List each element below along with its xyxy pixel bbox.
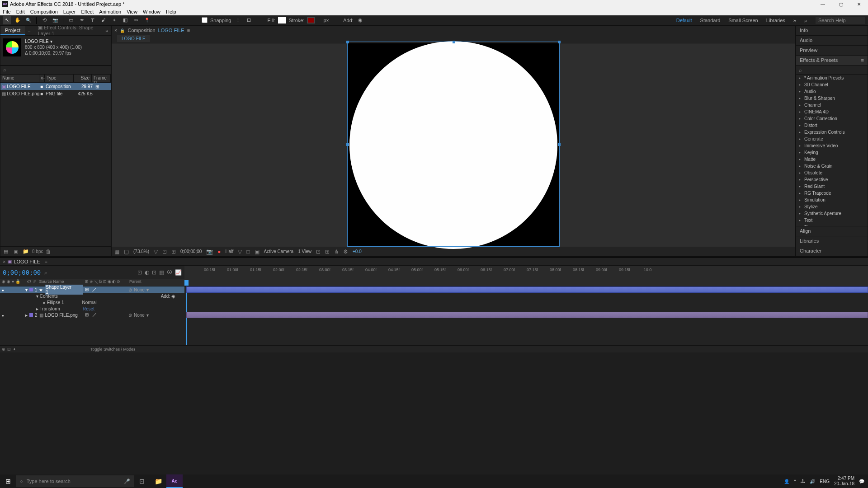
brush-tool[interactable] — [99, 16, 108, 24]
volume-icon[interactable]: 🔊 — [810, 479, 815, 484]
bpc-toggle[interactable]: 8 bpc — [32, 249, 43, 254]
fx-category[interactable]: Perspective — [796, 176, 868, 183]
selection-handle[interactable] — [558, 143, 561, 146]
parent-dropdown[interactable]: None — [134, 287, 145, 292]
stroke-swatch[interactable] — [307, 17, 315, 23]
add-menu-icon[interactable]: ◉ — [356, 16, 364, 24]
layer-bar[interactable] — [186, 312, 868, 318]
selection-handle[interactable] — [558, 41, 561, 43]
zoom-tool[interactable] — [24, 16, 33, 24]
effects-search[interactable] — [796, 66, 868, 75]
comp-tab-name[interactable]: LOGO FILE — [158, 28, 184, 33]
tab-menu-icon[interactable]: ≡ — [25, 28, 33, 33]
project-search[interactable] — [0, 66, 111, 75]
tab-align[interactable]: Align — [796, 226, 868, 236]
task-view-icon[interactable]: ⊡ — [134, 474, 150, 488]
orbit-tool[interactable] — [40, 16, 48, 24]
workspace-default[interactable]: Default — [676, 18, 692, 23]
timeline-ruler[interactable]: 00:15f01:00f01:15f 02:00f02:15f03:00f 03… — [184, 266, 868, 279]
system-clock[interactable]: 2:47 PM 20-Jan-18 — [834, 476, 854, 487]
trash-icon[interactable]: 🗑 — [46, 249, 51, 255]
start-button[interactable]: ⊞ — [0, 474, 16, 488]
roi-icon[interactable]: ⊡ — [162, 249, 167, 255]
selection-handle[interactable] — [346, 41, 349, 43]
exposure-value[interactable]: +0.0 — [353, 249, 362, 254]
tab-menu-icon[interactable]: ≡ — [187, 28, 190, 33]
col-type[interactable]: Type — [45, 75, 74, 82]
effects-list[interactable]: * Animation Presets 3D Channel Audio Blu… — [796, 75, 868, 226]
snapshot-icon[interactable]: 📷 — [206, 249, 213, 255]
menu-window[interactable]: Window — [143, 9, 160, 14]
fx-category[interactable]: Synthetic Aperture — [796, 210, 868, 217]
close-button[interactable]: ✕ — [850, 2, 868, 7]
taskbar-search[interactable]: ○Type here to search 🎤 — [16, 475, 134, 487]
transparency-grid-icon[interactable]: □ — [246, 249, 250, 255]
layer-bar[interactable] — [186, 286, 868, 293]
workspace-more-icon[interactable]: » — [793, 18, 796, 23]
grid-icon[interactable]: ⊞ — [171, 249, 176, 255]
comp-viewer[interactable] — [112, 43, 795, 247]
fast-preview-icon[interactable]: ▽ — [238, 249, 242, 255]
pen-tool[interactable] — [78, 16, 86, 24]
fx-category[interactable]: * Animation Presets — [796, 75, 868, 81]
fx-category[interactable]: Generate — [796, 136, 868, 142]
menu-view[interactable]: View — [127, 9, 137, 14]
timeline-search-icon[interactable] — [44, 270, 47, 275]
shape-tool[interactable] — [67, 16, 75, 24]
fx-category[interactable]: RG Trapcode — [796, 190, 868, 197]
breadcrumb-item[interactable]: LOGO FILE — [117, 35, 150, 42]
workspace-libraries[interactable]: Libraries — [766, 18, 785, 23]
exposure-reset-icon[interactable]: ⚙ — [343, 249, 348, 255]
menu-composition[interactable]: Composition — [30, 9, 58, 14]
tab-audio[interactable]: Audio — [796, 36, 868, 46]
fx-category[interactable]: 3D Channel — [796, 81, 868, 88]
menu-layer[interactable]: Layer — [63, 9, 76, 14]
timeline-tracks[interactable] — [184, 286, 868, 345]
graph-editor-icon[interactable]: 📈 — [175, 269, 182, 276]
clone-tool[interactable] — [110, 16, 118, 24]
selection-handle[interactable] — [346, 143, 349, 146]
minimize-button[interactable]: — — [814, 2, 832, 7]
stroke-width[interactable]: – — [318, 18, 321, 23]
layer-property-row[interactable]: ▸ Transform Reset — [0, 305, 184, 312]
timeline-tab-name[interactable]: LOGO FILE — [14, 259, 40, 264]
maximize-button[interactable]: ▢ — [832, 2, 850, 7]
fx-category[interactable]: Distort — [796, 122, 868, 129]
viewopt2-icon[interactable]: ⊞ — [325, 249, 330, 255]
fx-category[interactable]: Red Giant — [796, 183, 868, 190]
explorer-icon[interactable]: 📁 — [150, 474, 166, 488]
fx-category[interactable]: CINEMA 4D — [796, 108, 868, 115]
layer-row[interactable]: ▸2LOGO FILE.png ⊞ ／ ⊘None▾ — [0, 312, 184, 318]
col-name[interactable]: Name — [0, 75, 39, 82]
snap-opt2-icon[interactable]: ⊡ — [245, 16, 253, 24]
col-size[interactable]: Size — [74, 75, 92, 82]
current-timecode[interactable]: 0;00;00;00 — [3, 269, 41, 276]
visibility-toggle[interactable] — [2, 287, 4, 292]
tab-libraries[interactable]: Libraries — [796, 236, 868, 246]
menu-animation[interactable]: Animation — [99, 9, 121, 14]
menu-edit[interactable]: Edit — [16, 9, 25, 14]
new-comp-icon[interactable]: ▣ — [12, 248, 19, 255]
eraser-tool[interactable] — [121, 16, 129, 24]
project-row[interactable]: LOGO FILE ■ Composition 29.97 ⊞ — [0, 83, 111, 90]
fx-category[interactable]: Immersive Video — [796, 142, 868, 149]
selection-handle[interactable] — [453, 41, 455, 43]
hand-tool[interactable] — [14, 16, 22, 24]
layer-property-row[interactable]: ▸ Ellipse 1 Normal — [0, 299, 184, 305]
col-parent[interactable]: Parent — [127, 279, 184, 286]
fx-category[interactable]: Channel — [796, 102, 868, 108]
toggle-switches-button[interactable]: Toggle Switches / Modes — [90, 347, 136, 352]
fx-category[interactable]: Audio — [796, 88, 868, 95]
toggle-transparency-icon[interactable]: ▢ — [124, 249, 129, 255]
fx-category[interactable]: Text — [796, 217, 868, 224]
menu-file[interactable]: File — [3, 9, 11, 14]
viewopt1-icon[interactable]: ⊡ — [316, 249, 321, 255]
text-tool[interactable] — [89, 16, 97, 24]
fx-category[interactable]: Noise & Grain — [796, 163, 868, 169]
reset-link[interactable]: Reset — [83, 306, 94, 311]
project-row[interactable]: LOGO FILE.png ■ PNG file 425 KB — [0, 90, 111, 97]
close-tab-icon[interactable]: × — [3, 259, 5, 264]
expand-icon[interactable]: ⊕ — [2, 347, 5, 352]
parent-dropdown[interactable]: None — [134, 313, 145, 318]
new-folder-icon[interactable]: 📁 — [22, 248, 29, 255]
